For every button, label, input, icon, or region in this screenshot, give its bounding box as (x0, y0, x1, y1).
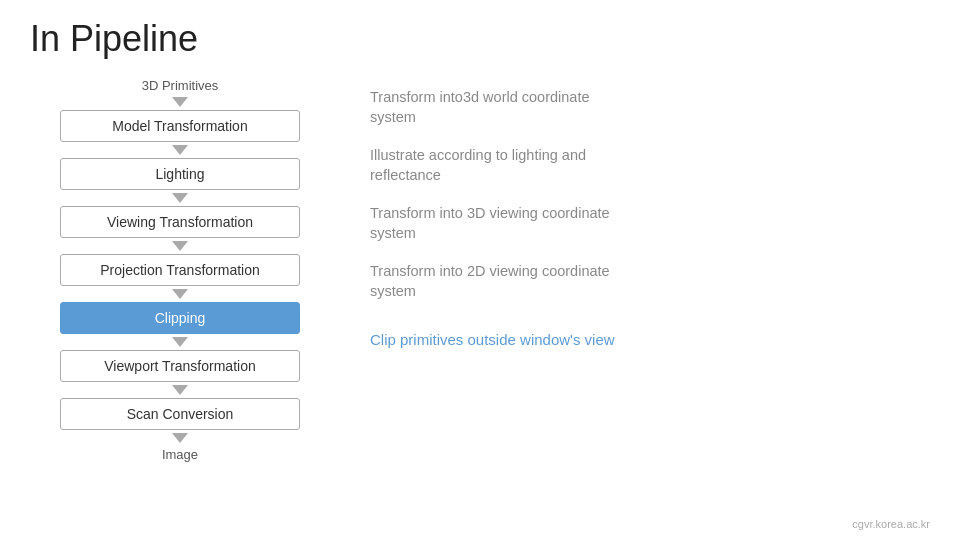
arrow-icon (172, 193, 188, 203)
arrow-icon (172, 97, 188, 107)
arrow-icon (172, 433, 188, 443)
model-transformation-box[interactable]: Model Transformation (60, 110, 300, 142)
arrow-icon (172, 289, 188, 299)
projection-transformation-box[interactable]: Projection Transformation (60, 254, 300, 286)
descriptions-column: Transform into3d world coordinatesystem … (370, 70, 770, 462)
top-label: 3D Primitives (142, 78, 219, 93)
scan-conversion-box[interactable]: Scan Conversion (60, 398, 300, 430)
desc-model-transform: Transform into3d world coordinatesystem (370, 87, 589, 128)
clipping-box[interactable]: Clipping (60, 302, 300, 334)
footer-text: cgvr.korea.ac.kr (852, 518, 930, 530)
lighting-box[interactable]: Lighting (60, 158, 300, 190)
page-title: In Pipeline (0, 0, 960, 60)
desc-projection-transform: Transform into 2D viewing coordinatesyst… (370, 261, 610, 302)
desc-viewing-transform: Transform into 3D viewing coordinatesyst… (370, 203, 610, 244)
bottom-label: Image (162, 447, 198, 462)
desc-lighting: Illustrate according to lighting andrefl… (370, 145, 586, 186)
arrow-icon (172, 241, 188, 251)
arrow-icon (172, 337, 188, 347)
desc-clipping: Clip primitives outside window's view (370, 329, 615, 350)
arrow-icon (172, 145, 188, 155)
viewing-transformation-box[interactable]: Viewing Transformation (60, 206, 300, 238)
pipeline-column: 3D Primitives Model Transformation Light… (30, 70, 330, 462)
viewport-transformation-box[interactable]: Viewport Transformation (60, 350, 300, 382)
arrow-icon (172, 385, 188, 395)
